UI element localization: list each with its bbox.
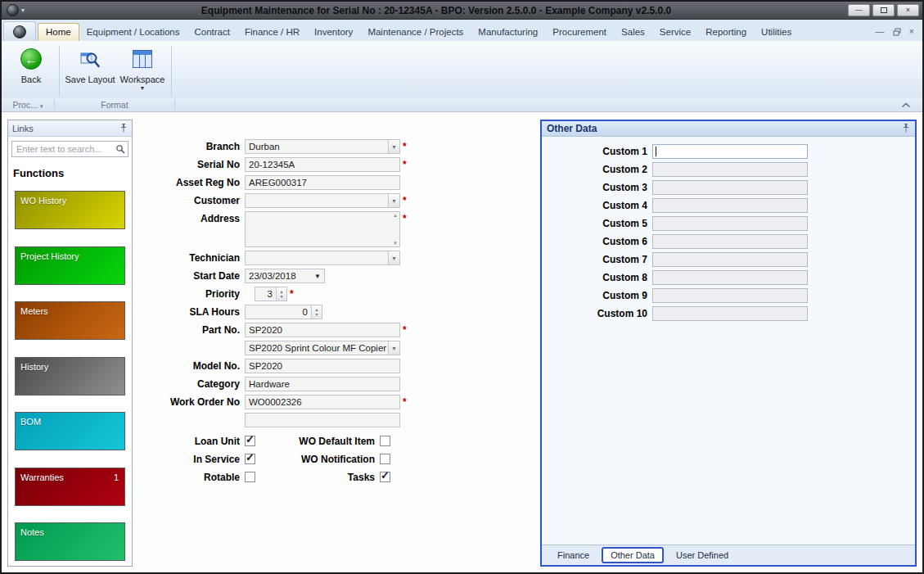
tab-finance[interactable]: Finance [548, 547, 598, 563]
child-restore-icon[interactable] [893, 28, 901, 36]
back-button[interactable]: ← Back [7, 44, 56, 84]
scroll-down-icon[interactable]: ▼ [393, 241, 398, 246]
serial-no-label: Serial No [137, 157, 245, 170]
group-separator [59, 46, 60, 97]
tab-equipment-locations[interactable]: Equipment / Locations [79, 24, 187, 41]
maximize-button[interactable] [872, 4, 895, 16]
app-menu-button[interactable] [3, 21, 36, 41]
custom-3-field[interactable] [652, 180, 808, 195]
tile-project-history[interactable]: Project History [15, 246, 125, 285]
ribbon-tab-row: Home Equipment / Locations Contract Fina… [2, 20, 922, 41]
tab-sales[interactable]: Sales [614, 24, 652, 41]
group-overflow-icon[interactable]: ▾ [40, 103, 43, 109]
tab-reporting[interactable]: Reporting [698, 24, 754, 41]
custom-8-field[interactable] [652, 270, 808, 285]
model-no-field[interactable]: SP2020 [245, 359, 400, 373]
sla-hours-stepper[interactable]: 0 ▲▼ [245, 305, 322, 319]
app-icon [7, 4, 19, 16]
custom-7-field[interactable] [652, 252, 808, 267]
back-label: Back [21, 75, 41, 84]
wo-notification-checkbox[interactable] [380, 454, 390, 464]
pin-icon[interactable] [119, 124, 128, 133]
tab-other-data[interactable]: Other Data [602, 547, 664, 563]
custom-2-field[interactable] [652, 162, 808, 177]
tile-wo-history[interactable]: WO History [15, 191, 125, 229]
spin-down-icon[interactable]: ▼ [280, 294, 284, 299]
tile-notes[interactable]: Notes [15, 522, 125, 561]
tab-inventory[interactable]: Inventory [307, 24, 360, 41]
custom-4-field[interactable] [652, 198, 808, 213]
collapse-ribbon-icon[interactable] [901, 102, 911, 108]
priority-label: Priority [137, 287, 245, 300]
tab-utilities[interactable]: Utilities [754, 24, 799, 41]
required-marker: * [403, 157, 407, 170]
child-close-icon[interactable]: × [909, 27, 914, 36]
custom-10-field[interactable] [652, 306, 808, 321]
close-button[interactable]: × [897, 4, 919, 16]
in-service-checkbox[interactable]: ✓ [245, 454, 255, 464]
chevron-down-icon[interactable]: ▼ [314, 273, 324, 280]
custom-5-field[interactable] [652, 216, 808, 231]
serial-no-field[interactable]: 20-12345A [245, 157, 400, 172]
custom-1-field[interactable] [652, 144, 808, 159]
technician-combo[interactable]: ▼ [245, 251, 400, 265]
minimize-button[interactable]: — [848, 4, 870, 16]
category-field[interactable]: Hardware [245, 377, 400, 391]
tile-history[interactable]: History [15, 357, 125, 395]
required-marker: * [403, 211, 407, 224]
start-date-picker[interactable]: 23/03/2018 ▼ [245, 269, 325, 283]
workspace-button[interactable]: Workspace ▼ [117, 44, 168, 91]
functions-heading: Functions [8, 157, 132, 179]
quick-access-caret-icon[interactable]: ▾ [21, 7, 25, 14]
tab-procurement[interactable]: Procurement [545, 24, 614, 41]
ribbon-group-row: Proc... ▾ Format [2, 98, 922, 112]
tab-contract[interactable]: Contract [187, 24, 237, 41]
workspace-dropdown-icon[interactable]: ▼ [140, 85, 146, 91]
custom-6-field[interactable] [652, 234, 808, 249]
asset-reg-no-field[interactable]: AREG000317 [245, 175, 400, 190]
loan-unit-checkbox[interactable]: ✓ [245, 436, 255, 446]
part-no-field[interactable]: SP2020 [245, 323, 400, 337]
links-panel: Links Functions WO History Project Histo… [7, 120, 133, 567]
search-input[interactable] [15, 143, 115, 155]
work-order-no-field[interactable]: WO0002326 [245, 395, 400, 409]
ribbon: ← Back Save Layout Workspace ▼ [2, 41, 922, 98]
technician-label: Technician [137, 251, 245, 264]
tasks-checkbox[interactable]: ✓ [380, 472, 390, 482]
chevron-down-icon[interactable]: ▼ [388, 251, 399, 264]
chevron-down-icon[interactable]: ▼ [388, 341, 399, 355]
group-separator [171, 46, 172, 97]
tab-maintenance-projects[interactable]: Maintenance / Projects [360, 24, 471, 41]
pin-icon[interactable] [902, 124, 910, 133]
child-minimize-icon[interactable]: — [876, 27, 885, 36]
chevron-down-icon[interactable]: ▼ [388, 194, 399, 207]
equipment-form: Branch Durban ▼ * Serial No 20-12345A * … [137, 139, 554, 488]
tab-user-defined[interactable]: User Defined [667, 547, 737, 563]
other-data-title: Other Data [547, 123, 902, 134]
tasks-label: Tasks [255, 472, 380, 483]
address-field[interactable]: ▲ ▼ [245, 211, 400, 247]
part-description-combo[interactable]: SP2020 Sprint Colour MF Copier ▼ [245, 341, 400, 355]
tab-finance-hr[interactable]: Finance / HR [237, 24, 307, 41]
priority-stepper[interactable]: 3 ▲▼ [255, 287, 287, 301]
custom-8-label: Custom 8 [542, 272, 652, 283]
wo-default-item-checkbox[interactable] [380, 436, 390, 446]
customer-combo[interactable]: ▼ [245, 193, 400, 208]
rotable-checkbox[interactable] [245, 472, 255, 482]
chevron-down-icon[interactable]: ▼ [388, 140, 399, 153]
spin-down-icon[interactable]: ▼ [315, 312, 319, 317]
window-title: Equipment Maintenance for Serial No : 20… [29, 5, 843, 16]
search-icon[interactable] [115, 144, 125, 154]
tile-bom[interactable]: BOM [15, 412, 125, 450]
workspace-icon [133, 50, 152, 68]
scroll-up-icon[interactable]: ▲ [393, 213, 398, 218]
tab-home[interactable]: Home [38, 23, 79, 41]
work-order-description-field[interactable] [245, 413, 400, 427]
save-layout-button[interactable]: Save Layout [63, 44, 117, 84]
branch-combo[interactable]: Durban ▼ [245, 139, 400, 154]
tile-meters[interactable]: Meters [15, 301, 125, 340]
custom-9-field[interactable] [652, 288, 808, 303]
tile-warranties[interactable]: Warranties1 [15, 468, 125, 506]
tab-manufacturing[interactable]: Manufacturing [471, 24, 545, 41]
tab-service[interactable]: Service [652, 24, 698, 41]
